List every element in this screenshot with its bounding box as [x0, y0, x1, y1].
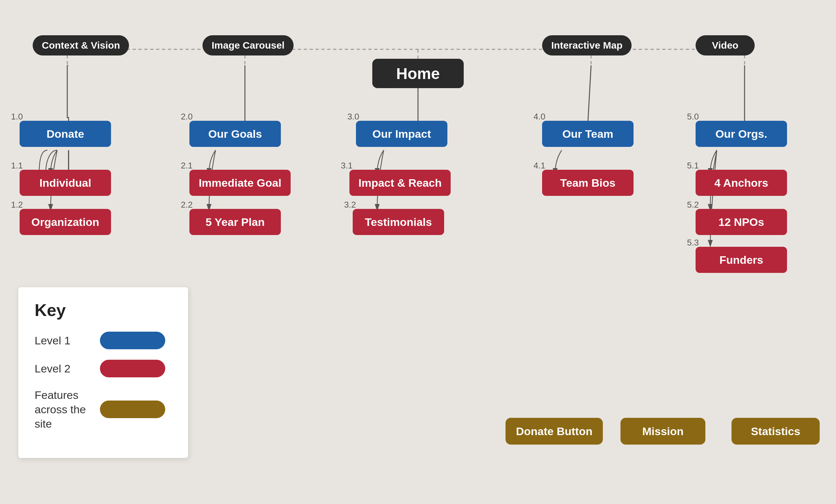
- interactive-map-node[interactable]: Interactive Map: [542, 35, 631, 56]
- funders-label: Funders: [719, 254, 763, 266]
- image-carousel-label: Image Carousel: [212, 40, 284, 51]
- four-anchors-node[interactable]: 4 Anchors: [696, 170, 787, 196]
- key-level1-label: Level 1: [35, 334, 93, 347]
- twelve-npos-label: 12 NPOs: [719, 216, 764, 229]
- immediate-goal-number: 2.1: [181, 161, 193, 171]
- mission-node[interactable]: Mission: [621, 418, 705, 445]
- context-vision-node[interactable]: Context & Vision: [33, 35, 129, 56]
- our-impact-node[interactable]: Our Impact: [356, 121, 448, 147]
- our-team-node[interactable]: Our Team: [542, 121, 633, 147]
- impact-reach-node[interactable]: Impact & Reach: [349, 170, 451, 196]
- our-impact-label: Our Impact: [372, 128, 431, 140]
- our-team-label: Our Team: [562, 128, 613, 140]
- individual-label: Individual: [39, 177, 92, 189]
- our-orgs-label: Our Orgs.: [716, 128, 767, 140]
- key-item-features: Features across the site: [35, 388, 172, 431]
- donate-button-node[interactable]: Donate Button: [506, 418, 603, 445]
- key-level1-swatch: [100, 332, 165, 349]
- key-title: Key: [35, 300, 172, 320]
- individual-number: 1.1: [11, 161, 23, 171]
- diagram-container: Home Context & Vision Image Carousel Int…: [0, 0, 836, 504]
- testimonials-label: Testimonials: [365, 216, 432, 229]
- image-carousel-node[interactable]: Image Carousel: [203, 35, 293, 56]
- our-goals-node[interactable]: Our Goals: [189, 121, 281, 147]
- donate-node[interactable]: Donate: [20, 121, 111, 147]
- home-label: Home: [396, 65, 440, 82]
- key-box: Key Level 1 Level 2 Features across the …: [18, 287, 188, 458]
- organization-number: 1.2: [11, 200, 23, 210]
- testimonials-number: 3.2: [344, 200, 356, 210]
- immediate-goal-node[interactable]: Immediate Goal: [189, 170, 291, 196]
- context-vision-label: Context & Vision: [42, 40, 120, 51]
- individual-node[interactable]: Individual: [20, 170, 111, 196]
- video-node[interactable]: Video: [696, 35, 755, 56]
- our-team-number: 4.0: [534, 112, 545, 122]
- twelve-npos-number: 5.2: [687, 200, 699, 210]
- funders-number: 5.3: [687, 238, 699, 248]
- impact-reach-number: 3.1: [341, 161, 353, 171]
- donate-button-label: Donate Button: [516, 425, 592, 438]
- key-features-swatch: [100, 401, 165, 418]
- key-item-level2: Level 2: [35, 360, 172, 377]
- four-anchors-label: 4 Anchors: [714, 177, 768, 189]
- twelve-npos-node[interactable]: 12 NPOs: [696, 209, 787, 235]
- mission-label: Mission: [642, 425, 684, 438]
- donate-number: 1.0: [11, 112, 23, 122]
- organization-node[interactable]: Organization: [20, 209, 111, 235]
- interactive-map-label: Interactive Map: [551, 40, 623, 51]
- our-impact-number: 3.0: [347, 112, 359, 122]
- testimonials-node[interactable]: Testimonials: [353, 209, 444, 235]
- immediate-goal-label: Immediate Goal: [198, 177, 281, 189]
- organization-label: Organization: [31, 216, 99, 229]
- funders-node[interactable]: Funders: [696, 247, 787, 273]
- key-level2-swatch: [100, 360, 165, 377]
- impact-reach-label: Impact & Reach: [358, 177, 441, 189]
- five-year-plan-node[interactable]: 5 Year Plan: [189, 209, 281, 235]
- our-orgs-number: 5.0: [687, 112, 699, 122]
- statistics-node[interactable]: Statistics: [732, 418, 820, 445]
- five-year-plan-number: 2.2: [181, 200, 193, 210]
- donate-label: Donate: [46, 128, 84, 140]
- team-bios-number: 4.1: [534, 161, 545, 171]
- five-year-plan-label: 5 Year Plan: [206, 216, 265, 229]
- home-node[interactable]: Home: [372, 59, 464, 88]
- video-label: Video: [712, 40, 738, 51]
- four-anchors-number: 5.1: [687, 161, 699, 171]
- our-goals-number: 2.0: [181, 112, 193, 122]
- our-goals-label: Our Goals: [208, 128, 262, 140]
- key-features-label: Features across the site: [35, 388, 93, 431]
- team-bios-node[interactable]: Team Bios: [542, 170, 633, 196]
- key-item-level1: Level 1: [35, 332, 172, 349]
- team-bios-label: Team Bios: [560, 177, 615, 189]
- key-level2-label: Level 2: [35, 362, 93, 375]
- our-orgs-node[interactable]: Our Orgs.: [696, 121, 787, 147]
- statistics-label: Statistics: [751, 425, 800, 438]
